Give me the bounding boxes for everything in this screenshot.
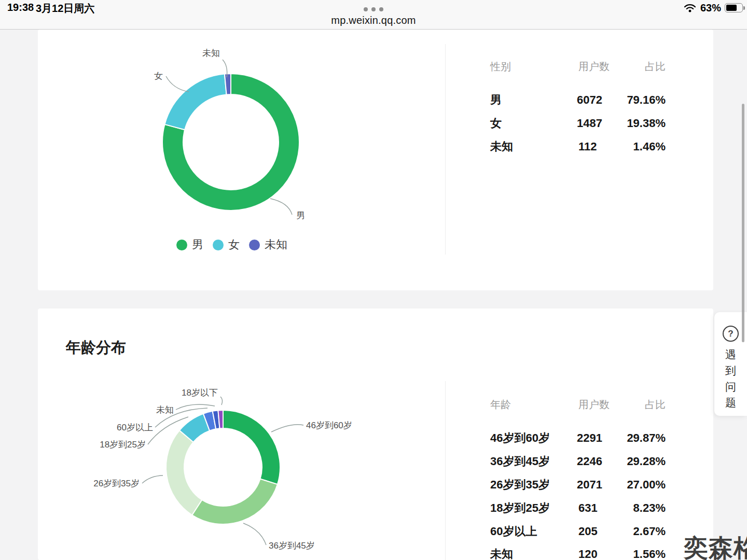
row-users: 631: [578, 501, 629, 515]
slice-callout-label: 46岁到60岁: [306, 421, 352, 430]
battery-percent: 63%: [700, 2, 721, 14]
legend-label: 女: [228, 237, 240, 253]
age-donut-chart: 46岁到60岁36岁到45岁26岁到35岁18岁到25岁60岁以上未知18岁以下: [38, 309, 445, 560]
row-share: 79.16%: [627, 93, 666, 107]
table-header-row: 性别 用户数 占比: [490, 60, 666, 73]
row-share: 1.56%: [629, 548, 666, 560]
legend-item-unknown[interactable]: 未知: [249, 237, 287, 253]
donut-slice-1[interactable]: [164, 74, 226, 130]
col-header-share: 占比: [629, 60, 666, 74]
row-share: 29.87%: [627, 431, 666, 445]
help-char: 题: [725, 395, 736, 411]
help-char: 遇: [725, 346, 736, 362]
gender-section-card: 男女未知 男 女 未知 性别 用户数 占比 男 6072 79.16% 女 14…: [38, 30, 713, 290]
row-label: 未知: [490, 139, 578, 155]
row-label: 26岁到35岁: [490, 477, 577, 493]
row-share: 29.28%: [627, 455, 666, 468]
label-leader-line: [271, 425, 303, 432]
slice-callout-label: 女: [154, 71, 163, 81]
table-row: 36岁到45岁 2246 29.28%: [490, 454, 666, 467]
question-mark-icon: ?: [723, 326, 739, 342]
wifi-icon: [683, 3, 697, 13]
scrollbar-thumb[interactable]: [742, 104, 744, 342]
donut-slice-0[interactable]: [223, 410, 280, 484]
col-header-share: 占比: [629, 398, 666, 412]
slice-callout-label: 未知: [202, 48, 220, 58]
row-users: 1487: [577, 117, 627, 130]
legend-dot-unknown-icon: [249, 240, 260, 250]
legend-dot-female-icon: [213, 240, 224, 250]
address-bar[interactable]: mp.weixin.qq.com: [0, 15, 747, 26]
slice-callout-label: 未知: [156, 405, 174, 415]
help-char: 到: [725, 362, 736, 379]
table-row: 女 1487 19.38%: [490, 116, 666, 129]
row-label: 36岁到45岁: [490, 454, 577, 469]
row-share: 27.00%: [627, 478, 666, 492]
slice-callout-label: 18岁到25岁: [100, 440, 146, 450]
table-row: 未知 120 1.56%: [490, 547, 666, 560]
legend-label: 未知: [265, 237, 287, 253]
donut-slice-1[interactable]: [192, 479, 278, 524]
help-panel-label: 遇 到 问 题: [725, 346, 736, 411]
table-row: 26岁到35岁 2071 27.00%: [490, 477, 666, 491]
status-date: 3月12日周六: [36, 2, 94, 16]
gender-chart-legend: 男 女 未知: [176, 237, 287, 253]
table-row: 未知 112 1.46%: [490, 139, 666, 152]
age-section-card: 年龄分布 46岁到60岁36岁到45岁26岁到35岁18岁到25岁60岁以上未知…: [38, 309, 713, 560]
watermark-text: 奕森格: [684, 532, 747, 560]
row-users: 120: [578, 548, 629, 560]
col-header-age: 年龄: [490, 398, 578, 412]
slice-callout-label: 男: [296, 211, 305, 220]
donut-slice-2[interactable]: [166, 430, 202, 515]
col-header-users: 用户数: [578, 398, 629, 412]
row-share: 19.38%: [627, 117, 666, 130]
ipad-safari-screenshot: { "status_bar": { "time": "19:38", "date…: [0, 0, 747, 560]
row-share: 1.46%: [629, 140, 666, 153]
page-menu-ellipsis-icon[interactable]: [364, 7, 383, 11]
row-label: 60岁以上: [490, 524, 578, 539]
legend-item-male[interactable]: 男: [176, 237, 203, 253]
legend-dot-male-icon: [176, 240, 187, 250]
legend-label: 男: [192, 237, 203, 253]
legend-item-female[interactable]: 女: [213, 237, 240, 253]
table-header-row: 年龄 用户数 占比: [490, 398, 666, 411]
slice-callout-label: 60岁以上: [117, 423, 153, 432]
help-char: 问: [725, 379, 736, 395]
divider: [445, 44, 446, 255]
row-share: 2.67%: [629, 525, 666, 538]
row-users: 2246: [577, 455, 627, 468]
label-leader-line: [220, 397, 223, 405]
row-users: 2291: [577, 431, 627, 445]
row-label: 男: [490, 92, 577, 108]
row-users: 6072: [577, 93, 627, 107]
label-leader-line: [243, 523, 266, 545]
slice-callout-label: 36岁到45岁: [269, 541, 315, 551]
row-label: 18岁到25岁: [490, 500, 578, 516]
status-bar: 19:38 3月12日周六 mp.weixin.qq.com 63%: [0, 0, 747, 30]
row-users: 2071: [577, 478, 627, 492]
label-leader-line: [270, 199, 292, 215]
col-header-users: 用户数: [578, 60, 629, 74]
slice-callout-label: 18岁以下: [182, 388, 218, 398]
row-label: 未知: [490, 547, 578, 560]
clock-time: 19:38: [7, 2, 34, 13]
battery-icon: [725, 3, 743, 12]
row-label: 46岁到60岁: [490, 430, 577, 446]
label-leader-line: [142, 475, 163, 483]
divider: [445, 381, 446, 560]
row-users: 205: [578, 525, 629, 538]
row-share: 8.23%: [629, 501, 666, 515]
row-label: 女: [490, 116, 577, 131]
table-row: 60岁以上 205 2.67%: [490, 524, 666, 537]
table-row: 男 6072 79.16%: [490, 92, 666, 106]
slice-callout-label: 26岁到35岁: [93, 479, 140, 488]
label-leader-line: [166, 76, 189, 92]
table-row: 18岁到25岁 631 8.23%: [490, 500, 666, 514]
col-header-gender: 性别: [490, 60, 578, 74]
row-users: 112: [578, 140, 629, 153]
table-row: 46岁到60岁 2291 29.87%: [490, 430, 666, 444]
